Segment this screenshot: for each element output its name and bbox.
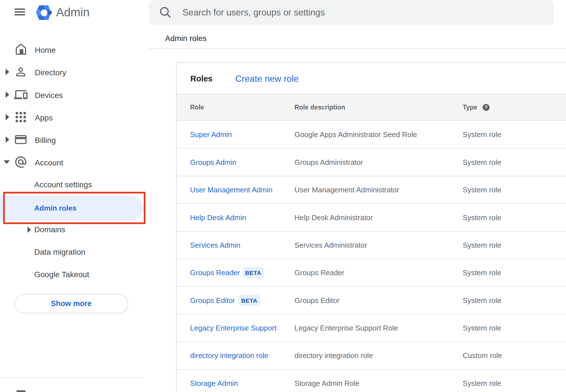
svg-text:?: ?	[485, 105, 488, 110]
